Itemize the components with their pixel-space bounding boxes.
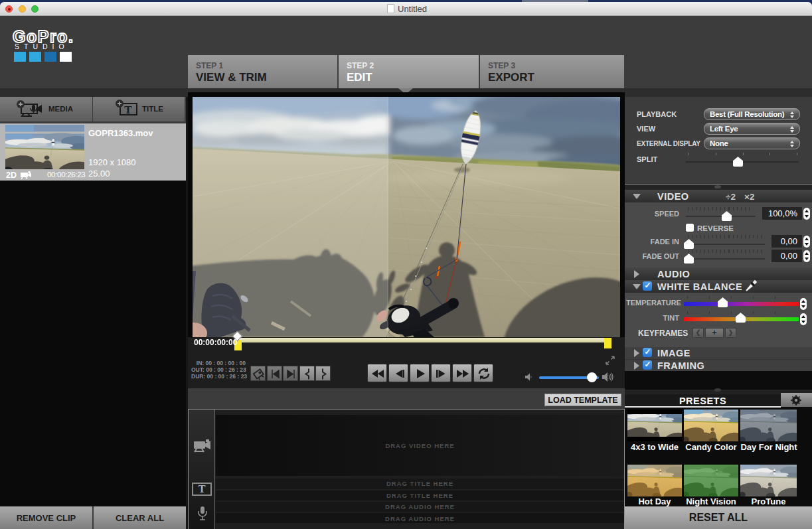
svg-text:T: T — [124, 104, 132, 116]
